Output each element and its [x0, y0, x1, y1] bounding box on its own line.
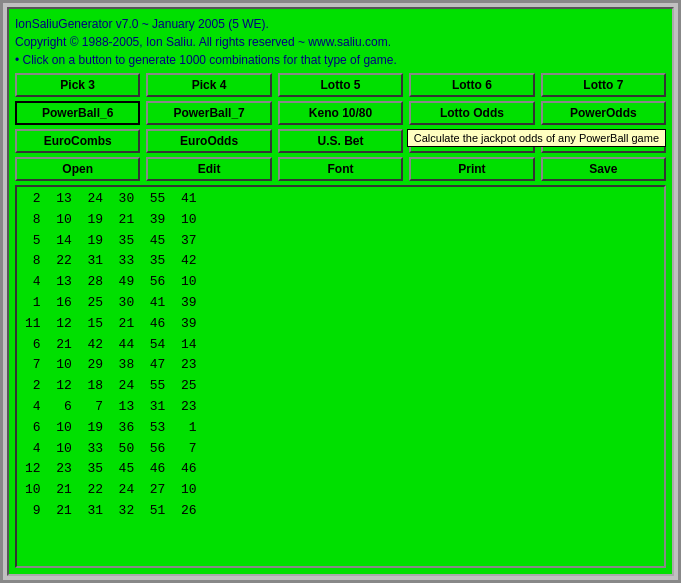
btn-usbet[interactable]: U.S. Bet: [278, 129, 403, 153]
title-line1: IonSaliuGenerator v7.0 ~ January 2005 (5…: [15, 15, 666, 33]
action-btn-print[interactable]: Print: [409, 157, 534, 181]
inner-frame: IonSaliuGenerator v7.0 ~ January 2005 (5…: [7, 7, 674, 576]
outer-frame: IonSaliuGenerator v7.0 ~ January 2005 (5…: [0, 0, 681, 583]
info-block: IonSaliuGenerator v7.0 ~ January 2005 (5…: [15, 15, 666, 69]
action-row: OpenEditFontPrintSave: [15, 157, 666, 181]
btn-powerodds[interactable]: PowerOdds: [541, 101, 666, 125]
action-btn-open[interactable]: Open: [15, 157, 140, 181]
title-line3: • Click on a button to generate 1000 com…: [15, 51, 666, 69]
button-row-1: Pick 3Pick 4Lotto 5Lotto 6Lotto 7: [15, 73, 666, 97]
btn-lotto5[interactable]: Lotto 5: [278, 73, 403, 97]
btn-eurocombs[interactable]: EuroCombs: [15, 129, 140, 153]
action-btn-edit[interactable]: Edit: [146, 157, 271, 181]
btn-keno[interactable]: Keno 10/80: [278, 101, 403, 125]
data-area[interactable]: 2 13 24 30 55 41 8 10 19 21 39 10 5 14 1…: [15, 185, 666, 568]
btn-euroodds[interactable]: EuroOdds: [146, 129, 271, 153]
action-btn-save[interactable]: Save: [541, 157, 666, 181]
btn-powerball6[interactable]: PowerBall_6: [15, 101, 140, 125]
btn-lotto6[interactable]: Lotto 6: [409, 73, 534, 97]
action-btn-font[interactable]: Font: [278, 157, 403, 181]
button-row-2: PowerBall_6PowerBall_7Keno 10/80Lotto Od…: [15, 101, 666, 125]
title-line2: Copyright © 1988-2005, Ion Saliu. All ri…: [15, 33, 666, 51]
button-row-3: EuroCombsEuroOddsU.S. BetHorsesRouletteC…: [15, 129, 666, 153]
btn-pick4[interactable]: Pick 4: [146, 73, 271, 97]
btn-pick3[interactable]: Pick 3: [15, 73, 140, 97]
btn-lottoodds[interactable]: Lotto Odds: [409, 101, 534, 125]
btn-powerball7[interactable]: PowerBall_7: [146, 101, 271, 125]
btn-lotto7[interactable]: Lotto 7: [541, 73, 666, 97]
data-table: 2 13 24 30 55 41 8 10 19 21 39 10 5 14 1…: [17, 187, 664, 524]
tooltip: Calculate the jackpot odds of any PowerB…: [407, 129, 666, 147]
